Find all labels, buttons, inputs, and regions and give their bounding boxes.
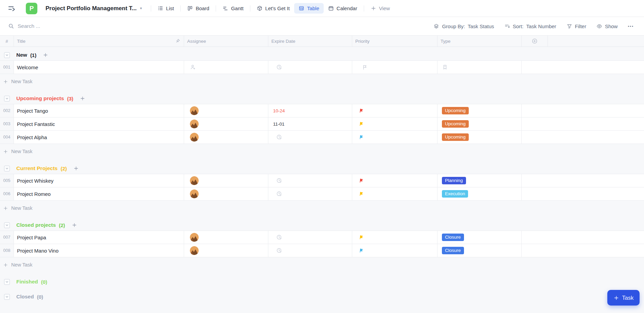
type-cell[interactable]: Upcoming bbox=[437, 104, 522, 117]
group-add-task-icon[interactable] bbox=[43, 52, 48, 58]
priority-flag-icon[interactable] bbox=[359, 178, 364, 183]
type-cell[interactable]: Closure bbox=[437, 231, 522, 244]
assignee-cell[interactable] bbox=[184, 117, 268, 130]
sort-control[interactable]: Sort: Task Number bbox=[504, 23, 556, 29]
type-cell[interactable] bbox=[437, 61, 522, 74]
new-task-button[interactable]: New Task bbox=[0, 257, 644, 272]
priority-cell[interactable] bbox=[352, 117, 437, 130]
group-name[interactable]: Current Projects bbox=[16, 165, 57, 171]
column-header-num[interactable]: # bbox=[0, 36, 14, 47]
type-badge[interactable]: Closure bbox=[442, 234, 464, 241]
task-title[interactable]: Project Romeo bbox=[14, 187, 184, 200]
add-task-button[interactable]: Task bbox=[607, 290, 640, 306]
type-badge[interactable]: Upcoming bbox=[442, 120, 469, 128]
add-assignee-icon[interactable] bbox=[190, 64, 196, 70]
group-add-task-icon[interactable] bbox=[80, 96, 85, 101]
set-date-clock-icon[interactable] bbox=[276, 134, 282, 140]
priority-flag-icon[interactable] bbox=[359, 108, 364, 113]
task-title[interactable]: Project Mano Vino bbox=[14, 244, 184, 257]
tab-lets-get-it[interactable]: Let's Get It bbox=[252, 3, 294, 14]
priority-flag-icon[interactable] bbox=[359, 191, 364, 197]
group-name[interactable]: Upcoming projects bbox=[16, 95, 64, 102]
type-cell[interactable]: Execution bbox=[437, 187, 522, 200]
priority-cell[interactable] bbox=[352, 131, 437, 144]
tab-table[interactable]: Table bbox=[294, 3, 324, 14]
priority-flag-icon[interactable] bbox=[359, 235, 364, 240]
task-title[interactable]: Project Whiskey bbox=[14, 174, 184, 187]
priority-cell[interactable] bbox=[352, 244, 437, 257]
task-title[interactable]: Project Tango bbox=[14, 104, 184, 117]
task-title[interactable]: Project Fantastic bbox=[14, 117, 184, 130]
set-type-bookmark-icon[interactable] bbox=[442, 64, 448, 70]
type-cell[interactable]: Upcoming bbox=[437, 117, 522, 130]
expire-date-cell[interactable]: 11-01 bbox=[268, 117, 352, 130]
assignee-avatar[interactable] bbox=[190, 106, 199, 115]
group-collapse-toggle[interactable] bbox=[4, 166, 10, 171]
assignee-cell[interactable] bbox=[184, 174, 268, 187]
set-date-clock-icon[interactable] bbox=[276, 64, 282, 70]
assignee-cell[interactable] bbox=[184, 131, 268, 144]
priority-flag-icon[interactable] bbox=[359, 134, 364, 140]
task-title[interactable]: Project Alpha bbox=[14, 131, 184, 144]
priority-cell[interactable] bbox=[352, 61, 437, 74]
assignee-avatar[interactable] bbox=[190, 189, 199, 198]
type-badge[interactable]: Upcoming bbox=[442, 107, 469, 114]
group-collapse-toggle[interactable] bbox=[4, 222, 10, 228]
group-collapse-toggle[interactable] bbox=[4, 294, 10, 300]
type-badge[interactable]: Upcoming bbox=[442, 133, 469, 141]
type-badge[interactable]: Closure bbox=[442, 247, 464, 254]
tab-list[interactable]: List bbox=[153, 3, 178, 14]
column-header-expire-date[interactable]: Expire Date bbox=[268, 36, 352, 47]
column-header-title[interactable]: Title bbox=[14, 36, 184, 47]
group-collapse-toggle[interactable] bbox=[4, 279, 10, 285]
group-collapse-toggle[interactable] bbox=[4, 96, 10, 102]
assignee-cell[interactable] bbox=[184, 104, 268, 117]
group-name[interactable]: New bbox=[16, 52, 27, 58]
group-add-task-icon[interactable] bbox=[73, 166, 79, 171]
pin-icon[interactable] bbox=[175, 38, 180, 44]
set-date-clock-icon[interactable] bbox=[276, 247, 282, 254]
search-input[interactable]: Search ... bbox=[8, 23, 423, 29]
group-name[interactable]: Finished bbox=[16, 279, 38, 285]
add-column-button[interactable] bbox=[522, 36, 548, 47]
set-priority-flag-icon[interactable] bbox=[362, 64, 368, 70]
tab-gantt[interactable]: Gantt bbox=[218, 3, 248, 14]
priority-flag-icon[interactable] bbox=[359, 248, 364, 253]
assignee-cell[interactable] bbox=[184, 61, 268, 74]
set-date-clock-icon[interactable] bbox=[276, 178, 282, 184]
task-title[interactable]: Welcome bbox=[14, 61, 184, 74]
project-logo[interactable]: P bbox=[26, 3, 37, 14]
type-cell[interactable]: Closure bbox=[437, 244, 522, 257]
expire-date-cell[interactable]: 10-24 bbox=[268, 104, 352, 117]
task-title[interactable]: Project Papa bbox=[14, 231, 184, 244]
new-task-button[interactable]: New Task bbox=[0, 201, 644, 216]
assignee-avatar[interactable] bbox=[190, 119, 199, 128]
expire-date-cell[interactable] bbox=[268, 61, 352, 74]
group-add-task-icon[interactable] bbox=[72, 222, 77, 228]
group-by-control[interactable]: Group By: Task Status bbox=[433, 23, 494, 29]
more-options-button[interactable]: ••• bbox=[628, 24, 634, 28]
project-title-dropdown[interactable]: Project Portfolio Management T... ▾ bbox=[46, 5, 142, 12]
priority-cell[interactable] bbox=[352, 104, 437, 117]
column-header-priority[interactable]: Priority bbox=[352, 36, 437, 47]
column-header-type[interactable]: Type bbox=[437, 36, 522, 47]
set-date-clock-icon[interactable] bbox=[276, 234, 282, 240]
priority-flag-icon[interactable] bbox=[359, 121, 364, 127]
assignee-avatar[interactable] bbox=[190, 233, 199, 242]
expire-date-value[interactable]: 11-01 bbox=[273, 122, 285, 127]
expire-date-value[interactable]: 10-24 bbox=[273, 108, 285, 113]
group-name[interactable]: Closed bbox=[16, 294, 34, 300]
assignee-avatar[interactable] bbox=[190, 176, 199, 185]
assignee-cell[interactable] bbox=[184, 244, 268, 257]
group-name[interactable]: Closed projects bbox=[16, 222, 56, 228]
new-task-button[interactable]: New Task bbox=[0, 74, 644, 89]
assignee-avatar[interactable] bbox=[190, 246, 199, 255]
sidebar-toggle-icon[interactable] bbox=[7, 4, 16, 13]
expire-date-cell[interactable] bbox=[268, 187, 352, 200]
type-badge[interactable]: Execution bbox=[442, 190, 468, 198]
assignee-cell[interactable] bbox=[184, 187, 268, 200]
priority-cell[interactable] bbox=[352, 231, 437, 244]
new-task-button[interactable]: New Task bbox=[0, 144, 644, 159]
type-cell[interactable]: Planning bbox=[437, 174, 522, 187]
column-header-assignee[interactable]: Assignee bbox=[184, 36, 268, 47]
